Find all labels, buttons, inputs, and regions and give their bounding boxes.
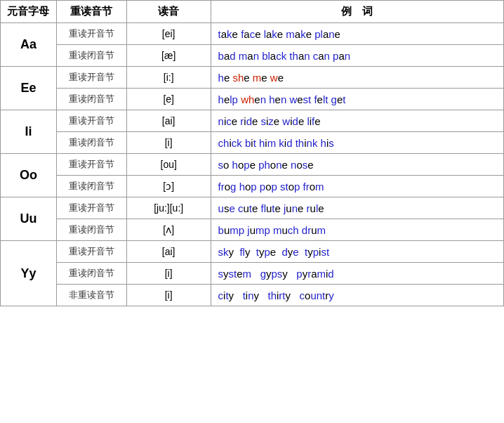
table-row: Yy重读开音节[ai]sky fly type dye typist [1, 241, 504, 263]
example-cell: bad man black than can pan [211, 45, 503, 67]
syllable-cell: 重读开音节 [56, 154, 126, 176]
table-row: 重读闭音节[i]system gypsy pyramid [1, 263, 504, 285]
pronunciation-cell: [ei] [126, 23, 211, 45]
table-row: 重读闭音节[æ]bad man black than can pan [1, 45, 504, 67]
pronunciation-cell: [ju:][u:] [126, 197, 211, 219]
example-cell: frog hop pop stop from [211, 176, 503, 197]
example-cell: help when hen west felt get [211, 89, 503, 110]
example-cell: sky fly type dye typist [211, 241, 503, 263]
pronunciation-cell: [i] [126, 132, 211, 154]
pronunciation-cell: [æ] [126, 45, 211, 67]
syllable-cell: 重读闭音节 [56, 45, 126, 67]
letter-cell: Ii [1, 110, 57, 154]
letter-cell: Yy [1, 241, 57, 306]
table-row: 重读闭音节[ɔ]frog hop pop stop from [1, 176, 504, 197]
pronunciation-cell: [e] [126, 89, 211, 110]
table-row: 非重读音节[i]city tiny thirty country [1, 285, 504, 306]
letter-cell: Oo [1, 154, 57, 197]
syllable-cell: 重读闭音节 [56, 89, 126, 110]
syllable-cell: 重读开音节 [56, 23, 126, 45]
pronunciation-cell: [ɔ] [126, 176, 211, 197]
pronunciation-cell: [i] [126, 285, 211, 306]
pronunciation-cell: [i] [126, 263, 211, 285]
phonics-table: 元音字母 重读音节 读音 例 词 Aa重读开音节[ei]take face la… [0, 0, 504, 306]
pronunciation-cell: [i:] [126, 67, 211, 89]
table-row: Uu重读开音节[ju:][u:]use cute flute june rule [1, 197, 504, 219]
example-cell: chick bit him kid think his [211, 132, 503, 154]
header-examples: 例 词 [211, 1, 503, 23]
example-cell: city tiny thirty country [211, 285, 503, 306]
example-cell: take face lake make plane [211, 23, 503, 45]
syllable-cell: 重读闭音节 [56, 263, 126, 285]
example-cell: nice ride size wide life [211, 110, 503, 132]
table-row: Ee重读开音节[i:]he she me we [1, 67, 504, 89]
syllable-cell: 重读闭音节 [56, 219, 126, 241]
syllable-cell: 重读开音节 [56, 110, 126, 132]
table-row: 重读闭音节[e]help when hen west felt get [1, 89, 504, 110]
pronunciation-cell: [ou] [126, 154, 211, 176]
pronunciation-cell: [ʌ] [126, 219, 211, 241]
syllable-cell: 重读闭音节 [56, 176, 126, 197]
syllable-cell: 重读开音节 [56, 241, 126, 263]
example-cell: so hope phone nose [211, 154, 503, 176]
letter-cell: Ee [1, 67, 57, 110]
syllable-cell: 非重读音节 [56, 285, 126, 306]
table-row: Aa重读开音节[ei]take face lake make plane [1, 23, 504, 45]
header-letter: 元音字母 [1, 1, 57, 23]
table-row: 重读闭音节[ʌ]bump jump much drum [1, 219, 504, 241]
example-cell: bump jump much drum [211, 219, 503, 241]
header-pronunciation: 读音 [126, 1, 211, 23]
example-cell: use cute flute june rule [211, 197, 503, 219]
table-row: Oo重读开音节[ou]so hope phone nose [1, 154, 504, 176]
letter-cell: Aa [1, 23, 57, 67]
example-cell: he she me we [211, 67, 503, 89]
table-row: 重读闭音节[i]chick bit him kid think his [1, 132, 504, 154]
table-row: Ii重读开音节[ai]nice ride size wide life [1, 110, 504, 132]
pronunciation-cell: [ai] [126, 241, 211, 263]
syllable-cell: 重读开音节 [56, 197, 126, 219]
syllable-cell: 重读开音节 [56, 67, 126, 89]
pronunciation-cell: [ai] [126, 110, 211, 132]
syllable-cell: 重读闭音节 [56, 132, 126, 154]
example-cell: system gypsy pyramid [211, 263, 503, 285]
letter-cell: Uu [1, 197, 57, 241]
header-syllable: 重读音节 [56, 1, 126, 23]
